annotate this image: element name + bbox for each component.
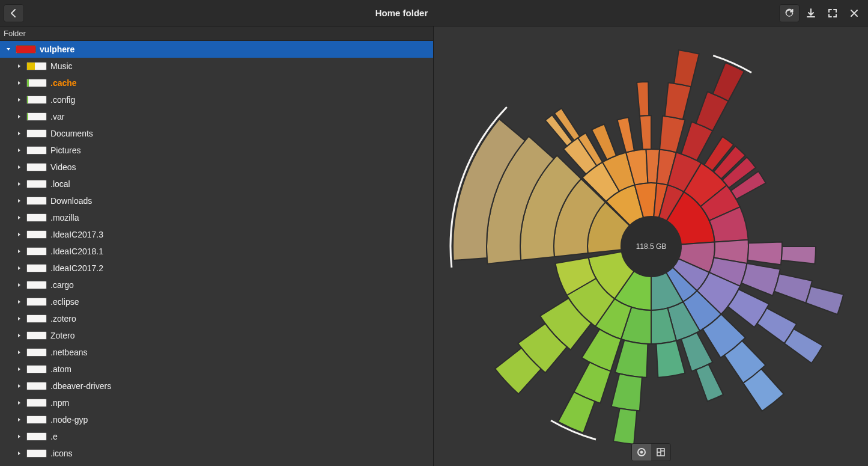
sunburst-segment[interactable] xyxy=(747,242,782,265)
size-swatch xyxy=(26,365,47,373)
expander-right-icon[interactable] xyxy=(16,416,23,423)
folder-name: .IdeaIC2017.2 xyxy=(50,263,103,273)
expander-right-icon[interactable] xyxy=(16,265,23,272)
expander-right-icon[interactable] xyxy=(16,315,23,322)
tree-row[interactable]: Zotero xyxy=(0,327,433,344)
sunburst-chart[interactable]: 118.5 GB xyxy=(441,36,861,457)
sunburst-segment[interactable] xyxy=(806,286,843,314)
expander-right-icon[interactable] xyxy=(16,332,23,339)
tree-row[interactable]: .zotero xyxy=(0,310,433,327)
expander-right-icon[interactable] xyxy=(16,147,23,154)
back-button[interactable] xyxy=(4,4,24,22)
sunburst-segment[interactable] xyxy=(637,82,649,116)
tree-row[interactable]: Downloads xyxy=(0,192,433,209)
tree-row[interactable]: .npm xyxy=(0,394,433,411)
size-swatch xyxy=(26,129,47,138)
tree-row[interactable]: .node-gyp xyxy=(0,411,433,428)
tree-row[interactable]: .mozilla xyxy=(0,209,433,226)
sunburst-segment[interactable] xyxy=(784,329,822,363)
expander-right-icon[interactable] xyxy=(16,450,23,457)
tree-row[interactable]: .eclipse xyxy=(0,293,433,310)
tree-row[interactable]: .config xyxy=(0,91,433,108)
folder-name: .local xyxy=(50,179,70,189)
expander-right-icon[interactable] xyxy=(16,382,23,390)
folder-name: .IdeaIC2018.1 xyxy=(50,247,103,256)
tree-row[interactable]: .e xyxy=(0,428,433,445)
expander-right-icon[interactable] xyxy=(16,197,23,204)
tree-row[interactable]: .icons xyxy=(0,445,433,462)
size-swatch xyxy=(26,146,47,155)
folder-name: .node-gyp xyxy=(50,415,88,425)
expander-right-icon[interactable] xyxy=(16,433,23,440)
expander-right-icon[interactable] xyxy=(16,63,23,70)
sunburst-segment[interactable] xyxy=(617,117,634,152)
expander-right-icon[interactable] xyxy=(16,130,23,137)
close-button[interactable] xyxy=(844,4,864,22)
tree-row[interactable]: .IdeaIC2017.2 xyxy=(0,260,433,277)
sunburst-segment[interactable] xyxy=(696,364,723,401)
folder-name: Videos xyxy=(50,162,76,172)
sunburst-segment[interactable] xyxy=(712,63,744,101)
tree-row[interactable]: .cache xyxy=(0,75,433,91)
size-swatch xyxy=(26,112,47,121)
expander-right-icon[interactable] xyxy=(16,231,23,238)
size-swatch xyxy=(26,449,47,458)
tree-row[interactable]: .IdeaIC2018.1 xyxy=(0,243,433,260)
tree-row-root[interactable]: vulphere xyxy=(0,41,433,58)
sunburst-segment[interactable] xyxy=(664,82,690,119)
expander-right-icon[interactable] xyxy=(16,349,23,356)
expander-right-icon[interactable] xyxy=(16,281,23,289)
expander-right-icon[interactable] xyxy=(16,399,23,406)
expander-right-icon[interactable] xyxy=(16,96,23,103)
fullscreen-button[interactable] xyxy=(822,4,843,22)
rings-chart-button[interactable] xyxy=(632,444,651,461)
main-split: Folder vulphereMusic.cache.config.varDoc… xyxy=(0,26,868,466)
expander-right-icon[interactable] xyxy=(16,248,23,255)
sunburst-segment[interactable] xyxy=(656,340,685,377)
size-swatch xyxy=(26,331,47,340)
tree-row[interactable]: .atom xyxy=(0,361,433,378)
folder-name: .zotero xyxy=(50,314,76,323)
tree-row[interactable]: .local xyxy=(0,176,433,192)
sunburst-segment[interactable] xyxy=(660,115,685,152)
expander-right-icon[interactable] xyxy=(16,298,23,305)
folder-name: Zotero xyxy=(50,331,74,340)
treemap-chart-button[interactable] xyxy=(651,444,670,461)
folder-tree-panel: Folder vulphereMusic.cache.config.varDoc… xyxy=(0,26,434,466)
rescan-button[interactable] xyxy=(779,4,800,22)
tree-row[interactable]: Pictures xyxy=(0,142,433,159)
tree-row[interactable]: .dbeaver-drivers xyxy=(0,378,433,394)
folder-name: .eclipse xyxy=(50,297,79,307)
folder-name: .IdeaIC2017.3 xyxy=(50,230,103,239)
tree-column-header[interactable]: Folder xyxy=(0,26,433,41)
folder-tree[interactable]: vulphereMusic.cache.config.varDocumentsP… xyxy=(0,41,433,466)
tree-row[interactable]: .netbeans xyxy=(0,344,433,361)
header-bar: Home folder xyxy=(0,0,868,26)
expander-right-icon[interactable] xyxy=(16,180,23,188)
tree-row[interactable]: .IdeaIC2017.3 xyxy=(0,226,433,243)
sunburst-segment[interactable] xyxy=(611,373,642,411)
save-button[interactable] xyxy=(801,4,821,22)
expander-right-icon[interactable] xyxy=(16,113,23,120)
expander-right-icon[interactable] xyxy=(16,366,23,373)
size-swatch xyxy=(26,247,47,256)
folder-name: .icons xyxy=(50,449,73,458)
folder-name: .config xyxy=(50,95,75,105)
sunburst-segment[interactable] xyxy=(615,340,647,377)
tree-row[interactable]: Videos xyxy=(0,159,433,176)
sunburst-segment[interactable] xyxy=(674,50,699,87)
expander-right-icon[interactable] xyxy=(16,164,23,171)
expander-down-icon[interactable] xyxy=(5,46,12,53)
chart-panel: 118.5 GB xyxy=(434,26,868,466)
tree-row[interactable]: Documents xyxy=(0,125,433,142)
tree-row[interactable]: .var xyxy=(0,108,433,125)
expander-right-icon[interactable] xyxy=(16,214,23,221)
sunburst-segment[interactable] xyxy=(781,247,815,264)
folder-name: .cargo xyxy=(50,280,74,290)
sunburst-segment[interactable] xyxy=(613,408,637,444)
tree-row[interactable]: .cargo xyxy=(0,277,433,293)
sunburst-segment[interactable] xyxy=(640,115,651,150)
expander-right-icon[interactable] xyxy=(16,79,23,87)
sunburst-segment[interactable] xyxy=(774,274,812,302)
tree-row[interactable]: Music xyxy=(0,58,433,75)
